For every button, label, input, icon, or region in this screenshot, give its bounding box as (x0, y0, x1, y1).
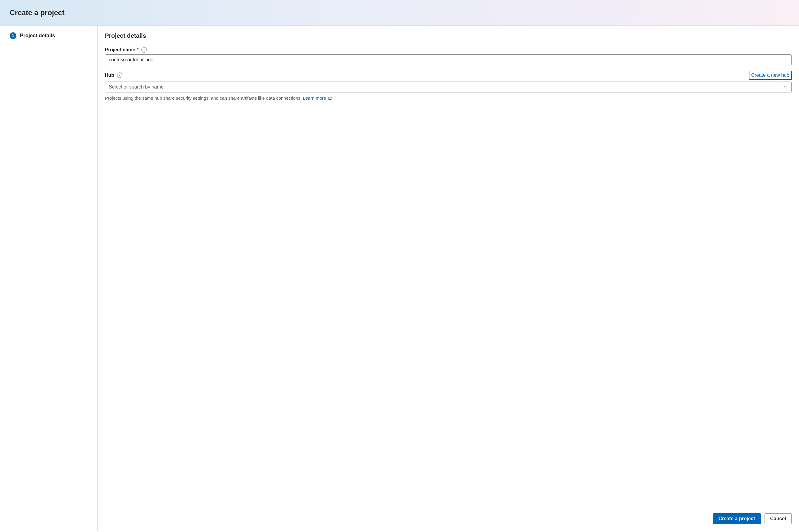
project-name-field-group: Project name * i (105, 47, 792, 65)
hub-label: Hub i (105, 73, 123, 78)
create-project-button[interactable]: Create a project (713, 513, 761, 524)
main-panel: Project details Project name * i Hub i (98, 26, 799, 531)
wizard-sidebar: 1 Project details (0, 26, 98, 531)
project-name-input[interactable] (105, 54, 792, 65)
hub-select[interactable]: Select or search by name (105, 81, 792, 92)
learn-more-link[interactable]: Learn more (303, 95, 332, 101)
dialog-title: Create a project (10, 8, 789, 17)
required-asterisk: * (136, 47, 138, 53)
create-new-hub-link[interactable]: Create a new hub (749, 71, 792, 80)
info-icon[interactable]: i (142, 47, 147, 53)
project-name-label: Project name * i (105, 47, 147, 53)
step-label: Project details (20, 33, 55, 39)
info-icon[interactable]: i (117, 73, 123, 78)
step-number-badge: 1 (10, 32, 16, 39)
wizard-step-1[interactable]: 1 Project details (10, 32, 88, 39)
section-title: Project details (105, 32, 792, 39)
hub-helper-text: Projects using the same hub share securi… (105, 95, 792, 101)
dialog-header: Create a project (0, 0, 799, 26)
external-link-icon (328, 96, 332, 101)
dialog-body: 1 Project details Project details Projec… (0, 26, 799, 531)
hub-field-group: Hub i Create a new hub Select or search … (105, 71, 792, 101)
dialog-footer: Create a project Cancel (105, 508, 792, 531)
cancel-button[interactable]: Cancel (765, 513, 792, 524)
